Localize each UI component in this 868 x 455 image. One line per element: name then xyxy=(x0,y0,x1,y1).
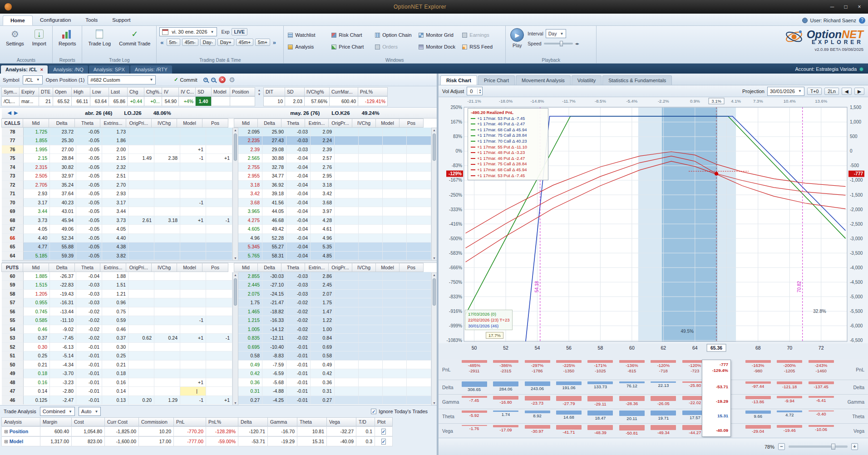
trading-date-picker[interactable]: vi. 30 ene. 2026 ▼ xyxy=(159,27,217,36)
step-day-fwd-button[interactable]: Day+ xyxy=(217,39,234,46)
step-far-back-button[interactable]: « xyxy=(159,39,164,46)
step-45m-back-button[interactable]: 45m- xyxy=(182,39,198,46)
ta-col-0[interactable]: Analysis xyxy=(1,417,40,426)
ta-col-12[interactable]: Plot xyxy=(375,417,393,426)
step-45m-fwd-button[interactable]: 45m+ xyxy=(236,39,254,46)
zoom-out-button[interactable]: − xyxy=(778,443,785,450)
import-button[interactable]: ↓ Import xyxy=(29,27,49,56)
put-row-60[interactable]: 601.885-26.37-0.041.882.855-30.03-0.032.… xyxy=(2,272,437,281)
put-row-47[interactable]: 470.14-2.80-0.010.140.31-4.88-0.010.31 xyxy=(2,387,437,396)
step-far-fwd-button[interactable]: » xyxy=(272,39,277,46)
analysis-tab-3[interactable]: Analysis: /RTY xyxy=(130,65,172,74)
zoom-slider-thumb[interactable] xyxy=(831,444,835,450)
put-row-54[interactable]: 540.46-9.02-0.020.461.005-14.12-0.021.00 xyxy=(2,325,437,334)
ta-col-7[interactable]: Delta xyxy=(238,417,268,426)
ta-col-8[interactable]: Gamma xyxy=(267,417,297,426)
close-window-button[interactable]: × xyxy=(853,2,866,11)
combined-select[interactable]: Combined ▼ xyxy=(40,407,75,416)
menu-tab-configuration[interactable]: Configuration xyxy=(33,15,78,25)
calls-right-scrollbar[interactable]: ▲▼ xyxy=(431,128,437,261)
analysis-tab-1[interactable]: Analysis: /NQ xyxy=(49,65,88,74)
put-row-56[interactable]: 560.745-13.44-0.020.751.465-18.82-0.021.… xyxy=(2,307,437,317)
call-row-78[interactable]: 781.72523.72-0.051.732.09525.90-0.032.09 xyxy=(2,128,437,137)
chain-col-left-5[interactable]: IVChg xyxy=(151,263,177,272)
chain-col-right-4[interactable]: OrigPr... xyxy=(328,263,352,272)
zoom-slider[interactable] xyxy=(789,445,848,448)
posgrid-col-12[interactable]: Model xyxy=(211,87,230,96)
chain-prev-icon[interactable]: ◀ xyxy=(8,110,11,116)
maximize-button[interactable]: □ xyxy=(839,2,853,11)
ribbon-toggle-analysis[interactable]: Analysis xyxy=(286,43,328,50)
chain-col-left-7[interactable]: Pos xyxy=(202,263,228,272)
tab-close-icon[interactable]: × xyxy=(40,67,43,72)
vol-adjust-stepper[interactable]: 0 ▲▼ xyxy=(467,87,483,95)
strategy-select[interactable]: #682 Custom ▼ xyxy=(88,75,156,84)
chain-col-right-1[interactable]: Delta xyxy=(257,119,281,128)
chain-col-right-5[interactable]: IVChg xyxy=(352,119,376,128)
step-5m-back-button[interactable]: 5m- xyxy=(167,39,180,46)
posgrid-col-1[interactable]: Expiry xyxy=(19,87,39,96)
risk-chart[interactable]: 250%1,500167%1,00083%5000%0-83%-500-167%… xyxy=(439,97,868,359)
put-row-50[interactable]: 500.21-4.34-0.010.210.49-7.59-0.010.49 xyxy=(2,361,437,370)
chain-col-left-7[interactable]: Pos xyxy=(202,119,228,128)
call-row-69[interactable]: 693.4443.01-0.053.443.96544.05-0.043.97 xyxy=(2,207,437,216)
posgrid-col-6[interactable]: Last xyxy=(108,87,128,96)
chain-col-right-6[interactable]: Model xyxy=(375,263,399,272)
call-row-73[interactable]: 732.50532.97-0.052.512.95534.77-0.042.95 xyxy=(2,172,437,181)
posgrid-colr-3[interactable]: CurrMar... xyxy=(329,87,358,96)
menu-tab-tools[interactable]: Tools xyxy=(78,15,105,25)
rp-tab-volatility[interactable]: Volatility xyxy=(572,75,602,85)
ta-col-4[interactable]: Commission xyxy=(138,417,174,426)
put-row-48[interactable]: 480.16-3.23-0.010.16+10.36-5.68-0.010.36 xyxy=(2,378,437,387)
ribbon-toggle-rss-feed[interactable]: RSS Feed xyxy=(461,43,503,50)
chain-next-icon[interactable]: ▶ xyxy=(14,110,18,116)
chain-col-left-6[interactable]: Model xyxy=(177,119,202,128)
expand-icon[interactable]: ⊞ xyxy=(4,429,10,434)
ta-col-6[interactable]: PnL% xyxy=(206,417,238,426)
posgrid-col-3[interactable]: Open xyxy=(53,87,72,96)
lines-mode-button[interactable]: 2Ln xyxy=(824,88,839,95)
chain-col-right-2[interactable]: Theta xyxy=(281,263,305,272)
ta-col-9[interactable]: Theta xyxy=(297,417,327,426)
puts-left-scrollbar[interactable]: ▲▼ xyxy=(232,272,238,405)
posgrid-col-5[interactable]: Low xyxy=(90,87,109,96)
chain-col-right-0[interactable]: Mid xyxy=(234,119,258,128)
panel-settings-icon[interactable]: ⚙ xyxy=(229,76,235,84)
posgrid-col-8[interactable]: Chg%.. xyxy=(144,87,162,96)
put-row-59[interactable]: 591.515-22.83-0.031.512.445-27.10-0.032.… xyxy=(2,281,437,290)
chain-col-right-2[interactable]: Theta xyxy=(281,119,305,128)
play-button[interactable]: ▶ xyxy=(510,28,524,42)
call-row-71[interactable]: 712.9337.64-0.052.933.4239.18-0.043.42 xyxy=(2,189,437,198)
ribbon-toggle-monitor-grid[interactable]: Monitor Grid xyxy=(417,31,459,39)
analysis-tab-0[interactable]: Analysis: /CL× xyxy=(1,65,48,74)
chain-col-left-2[interactable]: Theta xyxy=(74,263,100,272)
chain-col-right-0[interactable]: Mid xyxy=(234,263,258,272)
put-row-58[interactable]: 581.205-19.43-0.031.212.075-24.15-0.032.… xyxy=(2,290,437,299)
t-plus-button[interactable]: T+0 xyxy=(807,88,822,95)
plot-checkbox[interactable]: ✓ xyxy=(381,429,386,435)
chain-col-right-3[interactable]: Extrin... xyxy=(305,263,329,272)
chain-col-right-3[interactable]: Extrin... xyxy=(305,119,329,128)
ta-col-10[interactable]: Vega xyxy=(326,417,356,426)
zoom-in-icon[interactable]: + xyxy=(203,78,208,82)
chain-col-left-5[interactable]: IVChg xyxy=(151,119,177,128)
call-row-66[interactable]: 664.4052.34-0.054.404.9652.28-0.044.96 xyxy=(2,234,437,243)
chain-col-left-6[interactable]: Model xyxy=(177,263,202,272)
ribbon-toggle-risk-chart[interactable]: Risk Chart xyxy=(330,31,372,39)
call-row-65[interactable]: 654.7755.88-0.054.385.34555.27-0.045.35 xyxy=(2,242,437,252)
reports-button[interactable]: Reports xyxy=(55,27,79,56)
position-grid-row[interactable]: /CL...mar...2165.5266.1163.6465.86+0.44+… xyxy=(2,96,437,106)
posgrid-colr-0[interactable]: DIT xyxy=(263,87,285,96)
rp-tab-risk-chart[interactable]: Risk Chart xyxy=(440,75,477,85)
chain-col-right-5[interactable]: IVChg xyxy=(352,263,376,272)
ta-col-5[interactable]: PnL xyxy=(173,417,206,426)
calls-left-scrollbar[interactable]: ▲▼ xyxy=(232,128,238,261)
chain-col-left-3[interactable]: Extrins... xyxy=(100,119,126,128)
call-row-75[interactable]: 752.1528.84-0.052.151.492.38-1+12.56530.… xyxy=(2,154,437,163)
speed-slider-thumb[interactable] xyxy=(560,41,563,46)
call-row-70[interactable]: 703.1740.23-0.053.17-13.6841.56-0.043.68 xyxy=(2,198,437,208)
call-row-77[interactable]: 771.85525.30-0.051.862.23527.43-0.032.24 xyxy=(2,136,437,145)
chain-col-left-3[interactable]: Extrins... xyxy=(100,263,126,272)
put-row-49[interactable]: 490.18-3.70-0.010.180.42-6.59-0.010.42 xyxy=(2,369,437,378)
posgrid-col-2[interactable]: DTE xyxy=(39,87,53,96)
